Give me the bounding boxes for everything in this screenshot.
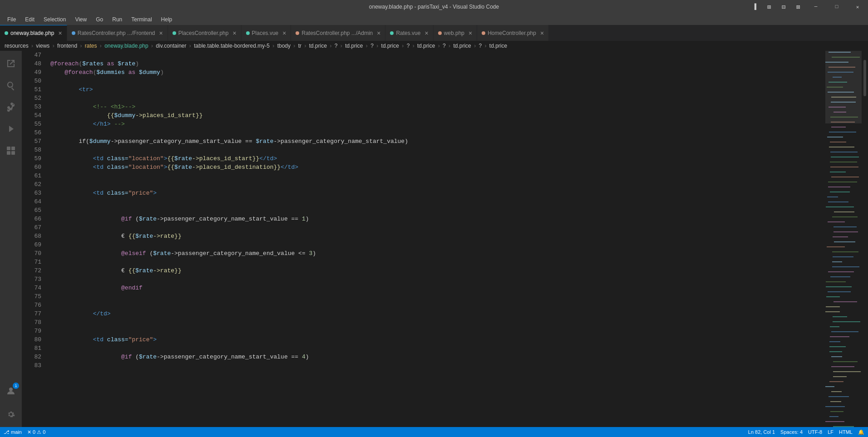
notification-bell[interactable]: 🔔 [858, 429, 864, 435]
line-number: 73 [22, 275, 41, 284]
line-number: 58 [22, 146, 41, 154]
code-line: @foreach($rates as $rate) [50, 59, 825, 68]
language[interactable]: HTML [839, 429, 853, 435]
tab-close-button[interactable]: × [424, 30, 428, 36]
line-number: 69 [22, 241, 41, 249]
code-line [50, 128, 825, 137]
line-number: 62 [22, 180, 41, 189]
tab-color-dot [296, 31, 299, 35]
tab-tab-rates-vue[interactable]: Rates.vue× [385, 25, 433, 41]
svg-point-4 [9, 388, 13, 391]
line-number: 52 [22, 94, 41, 103]
code-line: <!-- <h1>--> [50, 103, 825, 111]
tab-close-button[interactable]: × [540, 30, 544, 36]
tab-label: web.php [444, 30, 464, 36]
line-number: 71 [22, 258, 41, 266]
line-number: 78 [22, 318, 41, 327]
tab-tab-places-vue[interactable]: Places.vue× [242, 25, 291, 41]
spaces[interactable]: Spaces: 4 [780, 429, 803, 435]
code-editor[interactable]: 4748495051525354555657585960616263646566… [22, 51, 868, 427]
git-branch[interactable]: ⎇ main [4, 429, 22, 435]
encoding[interactable]: UTF-8 [808, 429, 822, 435]
menu-run[interactable]: Run [108, 15, 126, 24]
explorer-icon[interactable] [0, 53, 22, 74]
main-area: 1 47484950515253545556575859606162636465… [0, 51, 868, 427]
line-ending[interactable]: LF [828, 429, 833, 435]
line-number: 48 [22, 59, 41, 68]
tab-color-dot [5, 31, 8, 35]
search-icon[interactable] [0, 74, 22, 96]
line-number: 81 [22, 344, 41, 353]
tab-tab-placescontroller[interactable]: PlacesController.php× [168, 25, 242, 41]
error-count[interactable]: ✕ 0 ⚠ 0 [27, 429, 45, 435]
minimap [825, 51, 862, 427]
layout-icon-1[interactable]: ⊞ [763, 2, 775, 12]
menu-edit[interactable]: Edit [21, 15, 38, 24]
sidebar-toggle-icon[interactable]: ▐ [748, 2, 761, 12]
source-control-icon[interactable] [0, 96, 22, 118]
run-debug-icon[interactable] [0, 118, 22, 140]
tab-label: HomeController.php [488, 30, 536, 36]
line-number: 47 [22, 51, 41, 59]
code-line: </h1> --> [50, 120, 825, 128]
breadcrumb: resources › views › frontend › rates › o… [0, 41, 868, 51]
layout-icon-3[interactable]: ⊠ [792, 2, 804, 12]
tab-close-button[interactable]: × [159, 30, 163, 36]
code-line [50, 258, 825, 266]
menu-go[interactable]: Go [92, 15, 107, 24]
code-line [50, 180, 825, 189]
line-number: 68 [22, 232, 41, 241]
code-content: 4748495051525354555657585960616263646566… [22, 51, 868, 427]
scrollbar[interactable] [862, 51, 868, 427]
code-line: € {{$rate->rate}} [50, 232, 825, 241]
tab-close-button[interactable]: × [469, 30, 472, 36]
status-bar: ⎇ main ✕ 0 ⚠ 0 Ln 82, Col 1 Spaces: 4 UT… [0, 427, 868, 437]
accounts-icon[interactable]: 1 [0, 380, 22, 402]
extensions-icon[interactable] [0, 140, 22, 162]
code-line [50, 206, 825, 215]
line-number: 53 [22, 103, 41, 111]
tab-color-dot [246, 31, 250, 35]
cursor-position[interactable]: Ln 82, Col 1 [748, 429, 775, 435]
tab-close-button[interactable]: × [282, 30, 286, 36]
window-title: oneway.blade.php - parisTaxi_v4 - Visual… [369, 4, 499, 10]
tab-tab-webphp[interactable]: web.php× [434, 25, 478, 41]
tab-close-button[interactable]: × [59, 30, 62, 36]
line-number: 63 [22, 189, 41, 197]
line-number: 77 [22, 309, 41, 318]
line-number: 83 [22, 361, 41, 370]
tab-tab-homecontroller[interactable]: HomeController.php× [477, 25, 549, 41]
maximize-button[interactable]: □ [826, 0, 847, 14]
code-lines[interactable]: @foreach($rates as $rate) @foreach($dumm… [47, 51, 825, 427]
tab-close-button[interactable]: × [377, 30, 380, 36]
line-number: 66 [22, 215, 41, 223]
layout-icon-2[interactable]: ⊟ [777, 2, 790, 12]
menu-selection[interactable]: Selection [40, 15, 69, 24]
settings-icon[interactable] [0, 403, 22, 425]
tab-color-dot [173, 31, 176, 35]
menu-terminal[interactable]: Terminal [128, 15, 155, 24]
code-line: @if ($rate->passenger_category_name_star… [50, 353, 825, 361]
code-line: <td class="price"> [50, 189, 825, 197]
activity-bar: 1 [0, 51, 22, 427]
code-line [50, 327, 825, 335]
line-number: 61 [22, 172, 41, 180]
notification-badge: 1 [13, 383, 19, 389]
tab-tab-oneway[interactable]: oneway.blade.php× [0, 25, 67, 41]
tab-color-dot [482, 31, 485, 35]
line-numbers: 4748495051525354555657585960616263646566… [22, 51, 47, 427]
tab-tab-ratescontroller-admin[interactable]: RatesController.php .../Admin× [291, 25, 385, 41]
menu-file[interactable]: File [4, 15, 20, 24]
tab-tab-ratescontroller-frontend[interactable]: RatesController.php .../Frontend× [67, 25, 168, 41]
scrollbar-thumb[interactable] [863, 60, 866, 96]
menu-view[interactable]: View [71, 15, 90, 24]
line-number: 49 [22, 68, 41, 77]
tab-close-button[interactable]: × [232, 30, 236, 36]
line-number: 60 [22, 163, 41, 172]
close-button[interactable]: ✕ [847, 0, 868, 14]
menu-help[interactable]: Help [158, 15, 176, 24]
tabs-bar: oneway.blade.php×RatesController.php ...… [0, 25, 868, 41]
minimap-viewport [825, 51, 862, 123]
minimize-button[interactable]: ─ [805, 0, 826, 14]
code-line: <tr> [50, 85, 825, 94]
